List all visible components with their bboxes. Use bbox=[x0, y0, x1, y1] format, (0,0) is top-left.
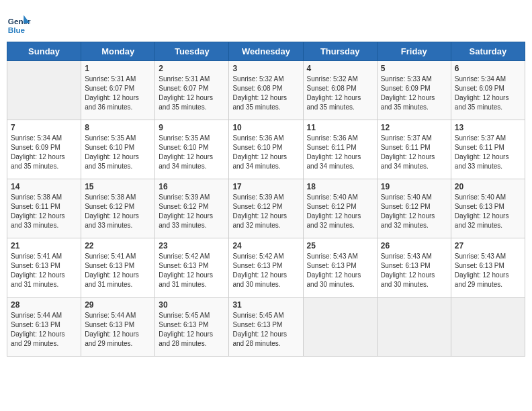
day-cell: 14Sunrise: 5:38 AM Sunset: 6:11 PM Dayli… bbox=[7, 179, 81, 238]
day-number: 23 bbox=[159, 241, 225, 250]
day-cell: 28Sunrise: 5:44 AM Sunset: 6:13 PM Dayli… bbox=[7, 298, 81, 357]
day-cell bbox=[7, 61, 81, 120]
day-number: 1 bbox=[85, 64, 151, 73]
header-sunday: Sunday bbox=[7, 42, 81, 61]
day-info: Sunrise: 5:41 AM Sunset: 6:13 PM Dayligh… bbox=[11, 252, 77, 289]
day-number: 30 bbox=[159, 300, 225, 310]
day-cell: 25Sunrise: 5:43 AM Sunset: 6:13 PM Dayli… bbox=[303, 238, 377, 298]
day-number: 6 bbox=[455, 64, 521, 73]
day-number: 16 bbox=[159, 182, 225, 191]
day-cell: 31Sunrise: 5:45 AM Sunset: 6:13 PM Dayli… bbox=[229, 298, 303, 357]
day-cell: 6Sunrise: 5:34 AM Sunset: 6:09 PM Daylig… bbox=[451, 61, 525, 120]
day-info: Sunrise: 5:37 AM Sunset: 6:11 PM Dayligh… bbox=[381, 134, 447, 171]
calendar-body: 1Sunrise: 5:31 AM Sunset: 6:07 PM Daylig… bbox=[7, 61, 525, 357]
header-tuesday: Tuesday bbox=[155, 42, 229, 61]
day-number: 24 bbox=[232, 241, 299, 250]
week-row-2: 7Sunrise: 5:34 AM Sunset: 6:09 PM Daylig… bbox=[7, 120, 525, 179]
day-cell: 11Sunrise: 5:36 AM Sunset: 6:11 PM Dayli… bbox=[303, 120, 377, 179]
day-cell: 21Sunrise: 5:41 AM Sunset: 6:13 PM Dayli… bbox=[7, 238, 81, 298]
day-number: 12 bbox=[381, 123, 447, 132]
day-cell bbox=[303, 298, 377, 357]
day-info: Sunrise: 5:41 AM Sunset: 6:13 PM Dayligh… bbox=[85, 252, 151, 289]
day-info: Sunrise: 5:35 AM Sunset: 6:10 PM Dayligh… bbox=[159, 134, 225, 171]
day-cell: 30Sunrise: 5:45 AM Sunset: 6:13 PM Dayli… bbox=[155, 298, 229, 357]
day-info: Sunrise: 5:38 AM Sunset: 6:12 PM Dayligh… bbox=[85, 193, 151, 230]
day-number: 2 bbox=[159, 64, 225, 73]
day-cell bbox=[377, 298, 451, 357]
day-cell: 18Sunrise: 5:40 AM Sunset: 6:12 PM Dayli… bbox=[303, 179, 377, 238]
day-cell: 2Sunrise: 5:31 AM Sunset: 6:07 PM Daylig… bbox=[155, 61, 229, 120]
day-info: Sunrise: 5:36 AM Sunset: 6:11 PM Dayligh… bbox=[307, 134, 373, 171]
day-info: Sunrise: 5:44 AM Sunset: 6:13 PM Dayligh… bbox=[11, 311, 77, 349]
day-cell: 20Sunrise: 5:40 AM Sunset: 6:13 PM Dayli… bbox=[451, 179, 525, 238]
week-row-1: 1Sunrise: 5:31 AM Sunset: 6:07 PM Daylig… bbox=[7, 61, 525, 120]
svg-text:Blue: Blue bbox=[8, 26, 26, 34]
day-cell: 23Sunrise: 5:42 AM Sunset: 6:13 PM Dayli… bbox=[155, 238, 229, 298]
day-info: Sunrise: 5:32 AM Sunset: 6:08 PM Dayligh… bbox=[307, 75, 373, 112]
day-info: Sunrise: 5:45 AM Sunset: 6:13 PM Dayligh… bbox=[159, 311, 225, 349]
week-row-4: 21Sunrise: 5:41 AM Sunset: 6:13 PM Dayli… bbox=[7, 238, 525, 298]
day-cell bbox=[451, 298, 525, 357]
day-number: 8 bbox=[85, 123, 151, 132]
day-cell: 22Sunrise: 5:41 AM Sunset: 6:13 PM Dayli… bbox=[81, 238, 155, 298]
day-number: 18 bbox=[307, 182, 373, 191]
calendar-header-row: SundayMondayTuesdayWednesdayThursdayFrid… bbox=[7, 42, 525, 61]
day-info: Sunrise: 5:43 AM Sunset: 6:13 PM Dayligh… bbox=[381, 252, 447, 289]
day-info: Sunrise: 5:43 AM Sunset: 6:13 PM Dayligh… bbox=[307, 252, 373, 289]
day-info: Sunrise: 5:40 AM Sunset: 6:12 PM Dayligh… bbox=[307, 193, 373, 230]
day-number: 20 bbox=[455, 182, 521, 191]
day-cell: 9Sunrise: 5:35 AM Sunset: 6:10 PM Daylig… bbox=[155, 120, 229, 179]
day-cell: 13Sunrise: 5:37 AM Sunset: 6:11 PM Dayli… bbox=[451, 120, 525, 179]
day-info: Sunrise: 5:39 AM Sunset: 6:12 PM Dayligh… bbox=[159, 193, 225, 230]
logo: General Blue bbox=[7, 12, 34, 36]
day-cell: 26Sunrise: 5:43 AM Sunset: 6:13 PM Dayli… bbox=[377, 238, 451, 298]
day-info: Sunrise: 5:40 AM Sunset: 6:12 PM Dayligh… bbox=[381, 193, 447, 230]
day-number: 7 bbox=[11, 123, 77, 132]
day-info: Sunrise: 5:36 AM Sunset: 6:10 PM Dayligh… bbox=[232, 134, 299, 171]
day-cell: 1Sunrise: 5:31 AM Sunset: 6:07 PM Daylig… bbox=[81, 61, 155, 120]
day-number: 19 bbox=[381, 182, 447, 191]
day-number: 4 bbox=[307, 64, 373, 73]
day-cell: 5Sunrise: 5:33 AM Sunset: 6:09 PM Daylig… bbox=[377, 61, 451, 120]
day-info: Sunrise: 5:42 AM Sunset: 6:13 PM Dayligh… bbox=[232, 252, 299, 289]
day-number: 31 bbox=[232, 300, 299, 310]
day-cell: 12Sunrise: 5:37 AM Sunset: 6:11 PM Dayli… bbox=[377, 120, 451, 179]
day-cell: 8Sunrise: 5:35 AM Sunset: 6:10 PM Daylig… bbox=[81, 120, 155, 179]
day-info: Sunrise: 5:34 AM Sunset: 6:09 PM Dayligh… bbox=[455, 75, 521, 112]
header-friday: Friday bbox=[377, 42, 451, 61]
day-info: Sunrise: 5:42 AM Sunset: 6:13 PM Dayligh… bbox=[159, 252, 225, 289]
header-saturday: Saturday bbox=[451, 42, 525, 61]
day-cell: 29Sunrise: 5:44 AM Sunset: 6:13 PM Dayli… bbox=[81, 298, 155, 357]
day-info: Sunrise: 5:34 AM Sunset: 6:09 PM Dayligh… bbox=[11, 134, 77, 171]
day-number: 17 bbox=[232, 182, 299, 191]
day-info: Sunrise: 5:43 AM Sunset: 6:13 PM Dayligh… bbox=[455, 252, 521, 289]
day-number: 15 bbox=[85, 182, 151, 191]
day-cell: 4Sunrise: 5:32 AM Sunset: 6:08 PM Daylig… bbox=[303, 61, 377, 120]
day-info: Sunrise: 5:37 AM Sunset: 6:11 PM Dayligh… bbox=[455, 134, 521, 171]
day-number: 5 bbox=[381, 64, 447, 73]
day-cell: 15Sunrise: 5:38 AM Sunset: 6:12 PM Dayli… bbox=[81, 179, 155, 238]
header-monday: Monday bbox=[81, 42, 155, 61]
day-cell: 17Sunrise: 5:39 AM Sunset: 6:12 PM Dayli… bbox=[229, 179, 303, 238]
day-number: 10 bbox=[232, 123, 299, 132]
header-wednesday: Wednesday bbox=[229, 42, 303, 61]
day-number: 14 bbox=[11, 182, 77, 191]
day-number: 3 bbox=[232, 64, 299, 73]
day-number: 11 bbox=[307, 123, 373, 132]
day-info: Sunrise: 5:39 AM Sunset: 6:12 PM Dayligh… bbox=[232, 193, 299, 230]
header-thursday: Thursday bbox=[303, 42, 377, 61]
day-info: Sunrise: 5:44 AM Sunset: 6:13 PM Dayligh… bbox=[85, 311, 151, 349]
day-cell: 27Sunrise: 5:43 AM Sunset: 6:13 PM Dayli… bbox=[451, 238, 525, 298]
day-cell: 24Sunrise: 5:42 AM Sunset: 6:13 PM Dayli… bbox=[229, 238, 303, 298]
day-cell: 10Sunrise: 5:36 AM Sunset: 6:10 PM Dayli… bbox=[229, 120, 303, 179]
day-info: Sunrise: 5:31 AM Sunset: 6:07 PM Dayligh… bbox=[85, 75, 151, 112]
day-number: 21 bbox=[11, 241, 77, 250]
day-number: 13 bbox=[455, 123, 521, 132]
day-info: Sunrise: 5:40 AM Sunset: 6:13 PM Dayligh… bbox=[455, 193, 521, 230]
day-info: Sunrise: 5:31 AM Sunset: 6:07 PM Dayligh… bbox=[159, 75, 225, 112]
week-row-5: 28Sunrise: 5:44 AM Sunset: 6:13 PM Dayli… bbox=[7, 298, 525, 357]
day-cell: 7Sunrise: 5:34 AM Sunset: 6:09 PM Daylig… bbox=[7, 120, 81, 179]
calendar-table: SundayMondayTuesdayWednesdayThursdayFrid… bbox=[7, 42, 525, 357]
day-number: 26 bbox=[381, 241, 447, 250]
day-number: 22 bbox=[85, 241, 151, 250]
